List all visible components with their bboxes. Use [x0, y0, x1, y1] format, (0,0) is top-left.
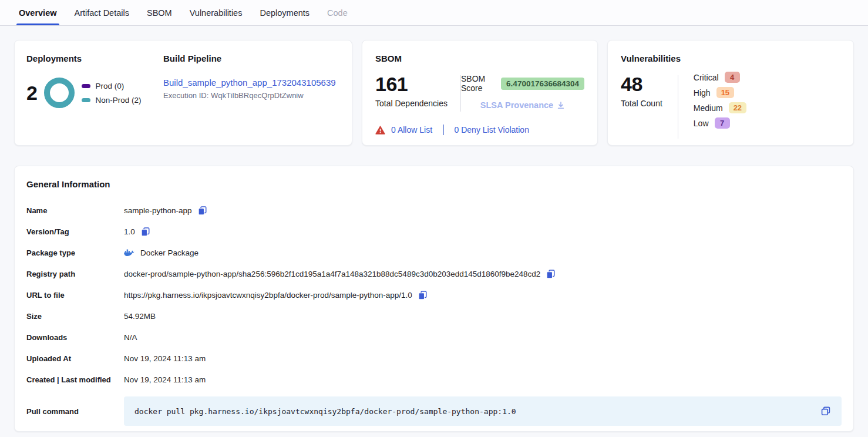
copy-icon[interactable] — [546, 269, 556, 279]
info-value: docker-prod/sample-python-app/sha256:596… — [124, 269, 556, 279]
build-pipeline-section: Build Pipeline Build_sample_python_app_1… — [163, 53, 340, 132]
info-label: Name — [26, 206, 124, 215]
sbom-total-stat: 161 Total Dependencies — [375, 74, 448, 108]
info-value: 54.92MB — [124, 312, 156, 321]
severity-row-low: Low7 — [694, 117, 746, 129]
tab-vulnerabilities[interactable]: Vulnerabilities — [190, 0, 243, 25]
tab-artifact-details[interactable]: Artifact Details — [75, 0, 129, 25]
copy-icon[interactable] — [140, 227, 150, 237]
info-label: URL to file — [26, 291, 124, 300]
vulnerabilities-total-label: Total Count — [621, 99, 662, 108]
general-information-title: General Information — [26, 179, 842, 189]
build-pipeline-link[interactable]: Build_sample_python_app_1732043105639 — [163, 78, 340, 88]
legend-label: Non-Prod (2) — [95, 96, 141, 105]
sbom-card: SBOM 161 Total Dependencies SBOM Score 6… — [362, 40, 598, 146]
deployments-card: Deployments 2 Prod (0)Non-Prod (2) Build… — [14, 40, 352, 146]
info-row-downloads: DownloadsN/A — [26, 327, 842, 348]
docker-icon — [124, 248, 135, 257]
severity-list: Critical4High15Medium22Low7 — [694, 72, 746, 129]
sbom-score-badge: 6.470017636684304 — [501, 78, 584, 90]
info-row-url-to-file: URL to filehttps://pkg.harness.io/ikpsjo… — [26, 284, 842, 305]
info-row-size: Size54.92MB — [26, 305, 842, 327]
summary-cards-row: Deployments 2 Prod (0)Non-Prod (2) Build… — [14, 40, 854, 146]
severity-count-badge: 4 — [725, 72, 740, 83]
divider — [443, 125, 444, 135]
info-row-package-type: Package typeDocker Package — [26, 242, 842, 263]
info-label: Downloads — [26, 333, 124, 342]
severity-count-badge: 22 — [729, 102, 746, 113]
deployments-legend: Prod (0)Non-Prod (2) — [82, 82, 141, 105]
sbom-total-count: 161 — [375, 74, 448, 94]
copy-icon[interactable] — [197, 206, 207, 216]
pull-command-value: docker pull pkg.harness.io/ikpsjoavtcwxn… — [134, 407, 820, 416]
divider — [678, 75, 678, 139]
deny-list-link[interactable]: 0 Deny List Violation — [455, 125, 529, 135]
severity-row-critical: Critical4 — [694, 72, 746, 83]
info-value: https://pkg.harness.io/ikpsjoavtcwxnqisy… — [124, 290, 428, 300]
info-value: Nov 19, 2024 11:13 am — [124, 354, 206, 363]
build-pipeline-title: Build Pipeline — [163, 53, 340, 63]
info-label: Created | Last modified — [26, 375, 124, 384]
slsa-provenance-label: SLSA Provenance — [480, 100, 553, 110]
pull-command-label: Pull command — [26, 407, 124, 416]
legend-item-non-prod-2: Non-Prod (2) — [82, 96, 141, 105]
legend-swatch — [82, 98, 90, 102]
execution-id-text: Execution ID: WqkTiIbBRqecQrpDtZwniw — [163, 91, 340, 100]
copy-icon[interactable] — [418, 290, 428, 300]
severity-row-high: High15 — [694, 87, 746, 98]
tab-code[interactable]: Code — [327, 0, 348, 25]
severity-count-badge: 15 — [716, 87, 734, 98]
sbom-score-label: SBOM Score — [461, 74, 496, 93]
info-value: Nov 19, 2024 11:13 am — [124, 375, 206, 384]
info-value: N/A — [124, 333, 137, 342]
info-value: 1.0 — [124, 227, 150, 237]
info-row-pull-command: Pull command docker pull pkg.harness.io/… — [26, 396, 842, 426]
legend-label: Prod (0) — [95, 82, 124, 90]
info-row-name: Namesample-python-app — [26, 200, 842, 221]
deployments-donut-chart — [44, 78, 75, 108]
info-row-created-last-modified: Created | Last modifiedNov 19, 2024 11:1… — [26, 369, 842, 390]
info-label: Package type — [26, 248, 124, 257]
info-label: Uploaded At — [26, 354, 124, 363]
sbom-title: SBOM — [375, 53, 584, 63]
info-row-uploaded-at: Uploaded AtNov 19, 2024 11:13 am — [26, 348, 842, 369]
deployments-total-count: 2 — [26, 83, 37, 103]
tab-bar: OverviewArtifact DetailsSBOMVulnerabilit… — [0, 0, 868, 26]
severity-row-medium: Medium22 — [694, 102, 746, 113]
vulnerabilities-total-stat: 48 Total Count — [621, 74, 662, 108]
vulnerabilities-total-count: 48 — [621, 74, 662, 94]
severity-label: High — [694, 88, 711, 98]
warning-icon — [375, 126, 385, 135]
legend-swatch — [82, 84, 90, 88]
tab-sbom[interactable]: SBOM — [147, 0, 172, 25]
info-label: Registry path — [26, 270, 124, 278]
copy-icon[interactable] — [820, 406, 831, 416]
info-value: Docker Package — [124, 248, 199, 257]
pull-command-box: docker pull pkg.harness.io/ikpsjoavtcwxn… — [124, 396, 842, 426]
vulnerabilities-card: Vulnerabilities 48 Total Count Critical4… — [607, 40, 854, 146]
slsa-provenance-link[interactable]: SLSA Provenance — [480, 100, 565, 110]
info-row-registry-path: Registry pathdocker-prod/sample-python-a… — [26, 263, 842, 284]
download-icon — [557, 101, 565, 109]
severity-count-badge: 7 — [715, 117, 730, 129]
info-value: sample-python-app — [124, 206, 207, 216]
tab-overview[interactable]: Overview — [19, 0, 57, 25]
info-label: Size — [26, 312, 124, 321]
severity-label: Critical — [694, 73, 719, 82]
allow-list-link[interactable]: 0 Allow List — [391, 125, 432, 135]
tab-deployments[interactable]: Deployments — [260, 0, 309, 25]
sbom-total-label: Total Dependencies — [375, 99, 448, 108]
deployments-summary: Deployments 2 Prod (0)Non-Prod (2) — [26, 53, 163, 132]
vulnerabilities-title: Vulnerabilities — [621, 53, 840, 63]
general-information-panel: General Information Namesample-python-ap… — [14, 166, 854, 432]
deployments-title: Deployments — [26, 53, 163, 63]
legend-item-prod-0: Prod (0) — [82, 82, 141, 90]
info-row-version-tag: Version/Tag1.0 — [26, 221, 842, 242]
info-label: Version/Tag — [26, 227, 124, 236]
severity-label: Medium — [694, 103, 723, 113]
severity-label: Low — [694, 119, 709, 128]
